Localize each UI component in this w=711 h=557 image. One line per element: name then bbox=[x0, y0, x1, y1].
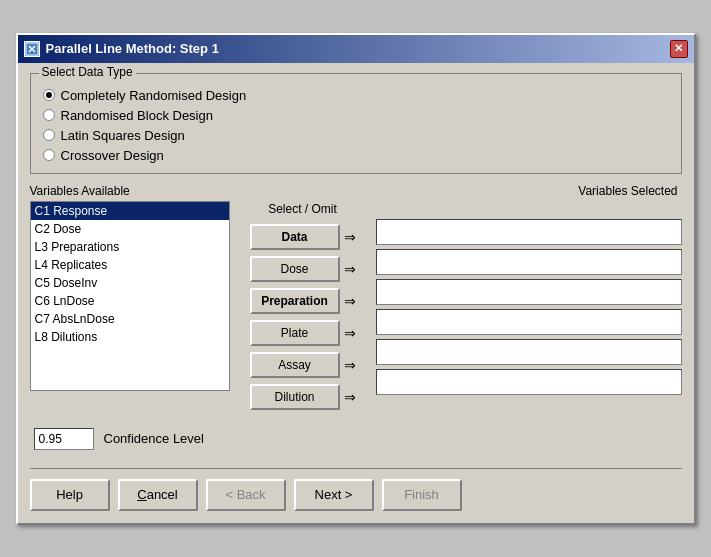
data-selector-row: Data ⇒ bbox=[238, 224, 368, 250]
plate-selected-input[interactable] bbox=[376, 309, 682, 335]
list-item[interactable]: C2 Dose bbox=[31, 220, 229, 238]
plate-arrow: ⇒ bbox=[344, 325, 356, 341]
radio-latin-squares-input[interactable] bbox=[43, 129, 55, 141]
assay-selected-input[interactable] bbox=[376, 339, 682, 365]
variables-listbox[interactable]: C1 Response C2 Dose L3 Preparations L4 R… bbox=[30, 201, 230, 391]
preparation-button[interactable]: Preparation bbox=[250, 288, 340, 314]
plate-selector-row: Plate ⇒ bbox=[238, 320, 368, 346]
close-button[interactable]: ✕ bbox=[670, 40, 688, 58]
radio-randomised-block-label: Randomised Block Design bbox=[61, 108, 213, 123]
radio-randomised-block[interactable]: Randomised Block Design bbox=[43, 108, 669, 123]
radio-completely-randomised-input[interactable] bbox=[43, 89, 55, 101]
next-button[interactable]: Next > bbox=[294, 479, 374, 511]
radio-latin-squares-label: Latin Squares Design bbox=[61, 128, 185, 143]
preparation-selector-row: Preparation ⇒ bbox=[238, 288, 368, 314]
dilution-selected-input[interactable] bbox=[376, 369, 682, 395]
title-bar-left: Parallel Line Method: Step 1 bbox=[24, 41, 219, 57]
radio-randomised-block-input[interactable] bbox=[43, 109, 55, 121]
list-item[interactable]: L4 Replicates bbox=[31, 256, 229, 274]
cancel-button[interactable]: Cancel bbox=[118, 479, 198, 511]
radio-crossover-label: Crossover Design bbox=[61, 148, 164, 163]
radio-crossover-input[interactable] bbox=[43, 149, 55, 161]
select-omit-panel: Select / Omit Data ⇒ Dose ⇒ Preparation … bbox=[238, 184, 368, 412]
list-item[interactable]: C7 AbsLnDose bbox=[31, 310, 229, 328]
radio-group: Completely Randomised Design Randomised … bbox=[43, 84, 669, 163]
data-arrow: ⇒ bbox=[344, 229, 356, 245]
variables-selected-header: Variables Selected bbox=[376, 184, 682, 198]
data-type-group: Select Data Type Completely Randomised D… bbox=[30, 73, 682, 174]
window-body: Select Data Type Completely Randomised D… bbox=[18, 63, 694, 523]
plate-button[interactable]: Plate bbox=[250, 320, 340, 346]
dose-selector-row: Dose ⇒ bbox=[238, 256, 368, 282]
title-bar: Parallel Line Method: Step 1 ✕ bbox=[18, 35, 694, 63]
dose-selected-input[interactable] bbox=[376, 249, 682, 275]
selected-inputs-container bbox=[376, 201, 682, 395]
dose-button[interactable]: Dose bbox=[250, 256, 340, 282]
window-title: Parallel Line Method: Step 1 bbox=[46, 41, 219, 56]
radio-completely-randomised[interactable]: Completely Randomised Design bbox=[43, 88, 669, 103]
data-type-label: Select Data Type bbox=[39, 65, 136, 79]
dose-arrow: ⇒ bbox=[344, 261, 356, 277]
variables-selected-panel: Variables Selected bbox=[376, 184, 682, 412]
select-omit-header: Select / Omit bbox=[268, 202, 337, 216]
radio-completely-randomised-label: Completely Randomised Design bbox=[61, 88, 247, 103]
variables-available-header: Variables Available bbox=[30, 184, 230, 198]
variables-available-panel: Variables Available C1 Response C2 Dose … bbox=[30, 184, 230, 412]
radio-crossover[interactable]: Crossover Design bbox=[43, 148, 669, 163]
confidence-label: Confidence Level bbox=[104, 431, 204, 446]
list-item[interactable]: L8 Dilutions bbox=[31, 328, 229, 346]
data-selected-input[interactable] bbox=[376, 219, 682, 245]
list-item[interactable]: C6 LnDose bbox=[31, 292, 229, 310]
help-button[interactable]: Help bbox=[30, 479, 110, 511]
confidence-row: Confidence Level bbox=[30, 422, 682, 456]
cancel-label: Cancel bbox=[137, 487, 177, 502]
assay-selector-row: Assay ⇒ bbox=[238, 352, 368, 378]
window-icon bbox=[24, 41, 40, 57]
list-item[interactable]: L3 Preparations bbox=[31, 238, 229, 256]
button-row: Help Cancel < Back Next > Finish bbox=[30, 468, 682, 511]
list-item[interactable]: C1 Response bbox=[31, 202, 229, 220]
middle-section: Variables Available C1 Response C2 Dose … bbox=[30, 184, 682, 412]
dilution-selector-row: Dilution ⇒ bbox=[238, 384, 368, 410]
back-button[interactable]: < Back bbox=[206, 479, 286, 511]
radio-latin-squares[interactable]: Latin Squares Design bbox=[43, 128, 669, 143]
preparation-selected-input[interactable] bbox=[376, 279, 682, 305]
assay-arrow: ⇒ bbox=[344, 357, 356, 373]
main-window: Parallel Line Method: Step 1 ✕ Select Da… bbox=[16, 33, 696, 525]
finish-button[interactable]: Finish bbox=[382, 479, 462, 511]
dilution-arrow: ⇒ bbox=[344, 389, 356, 405]
assay-button[interactable]: Assay bbox=[250, 352, 340, 378]
data-button[interactable]: Data bbox=[250, 224, 340, 250]
confidence-input[interactable] bbox=[34, 428, 94, 450]
preparation-arrow: ⇒ bbox=[344, 293, 356, 309]
dilution-button[interactable]: Dilution bbox=[250, 384, 340, 410]
list-item[interactable]: C5 DoseInv bbox=[31, 274, 229, 292]
